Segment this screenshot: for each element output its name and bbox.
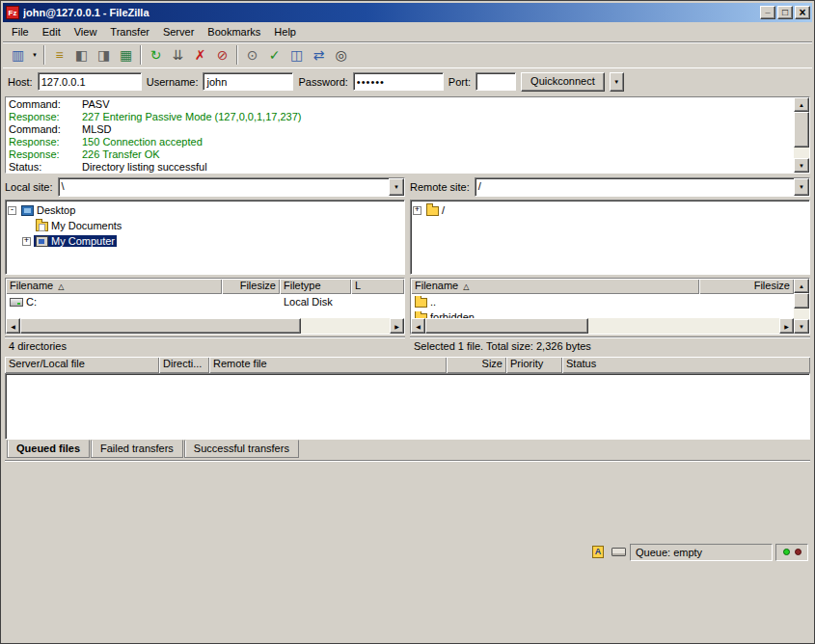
collapse-icon[interactable] bbox=[8, 206, 16, 215]
username-label: Username: bbox=[147, 76, 199, 88]
scroll-up-icon[interactable] bbox=[794, 97, 809, 112]
chevron-down-icon[interactable] bbox=[389, 178, 404, 196]
tree-item-my-computer[interactable]: My Computer bbox=[8, 233, 402, 249]
column-header-remote-file[interactable]: Remote file bbox=[209, 357, 447, 373]
scrollbar-track[interactable] bbox=[20, 318, 390, 334]
remote-site-combo[interactable]: / bbox=[475, 177, 810, 197]
remote-tree-toggle-icon[interactable]: ◨ bbox=[93, 44, 115, 66]
menu-item-bookmarks[interactable]: Bookmarks bbox=[201, 23, 267, 40]
local-hscrollbar[interactable] bbox=[6, 318, 404, 334]
site-manager-icon[interactable]: ▥ bbox=[7, 44, 29, 66]
file-row-c[interactable]: C:Local Disk bbox=[6, 294, 404, 309]
titlebar[interactable]: john@127.0.0.1 - FileZilla bbox=[3, 3, 812, 22]
scroll-right-icon[interactable] bbox=[390, 318, 404, 334]
remote-vscrollbar[interactable] bbox=[794, 279, 809, 334]
scrollbar-track[interactable] bbox=[794, 112, 809, 158]
filter-icon[interactable]: ✓ bbox=[263, 44, 285, 66]
tree-item-my-documents[interactable]: My Documents bbox=[8, 218, 402, 233]
quickconnect-dropdown-icon[interactable] bbox=[610, 72, 624, 92]
menu-item-file[interactable]: File bbox=[5, 23, 36, 40]
local-tree-toggle-icon[interactable]: ◧ bbox=[70, 44, 93, 66]
synchronized-browsing-icon[interactable]: ⇄ bbox=[308, 44, 330, 66]
scrollbar-track[interactable] bbox=[425, 318, 779, 334]
column-header-size[interactable]: Size bbox=[447, 357, 506, 373]
file-row-[interactable]: .. bbox=[411, 294, 794, 309]
site-manager-dropdown-icon[interactable] bbox=[29, 44, 41, 66]
tab-successful-transfers[interactable]: Successful transfers bbox=[184, 440, 299, 458]
transfer-type-icon[interactable] bbox=[589, 545, 607, 559]
disconnect-icon[interactable]: ⊘ bbox=[211, 44, 233, 66]
log-scrollbar[interactable] bbox=[794, 97, 809, 173]
receive-led-icon bbox=[783, 549, 790, 555]
column-header-priority[interactable]: Priority bbox=[506, 357, 562, 373]
process-queue-icon[interactable]: ⇊ bbox=[167, 44, 189, 66]
column-header-filename[interactable]: Filename bbox=[6, 279, 222, 294]
scroll-down-icon[interactable] bbox=[794, 158, 809, 173]
scrollbar-thumb[interactable] bbox=[794, 293, 809, 309]
close-button[interactable] bbox=[795, 6, 810, 19]
queue-status-text: Queue: empty bbox=[630, 544, 773, 561]
column-header-filesize[interactable]: Filesize bbox=[699, 279, 794, 294]
scrollbar-thumb[interactable] bbox=[425, 318, 588, 334]
remote-status-text: Selected 1 file. Total size: 2,326 bytes bbox=[410, 336, 810, 355]
local-file-list: FilenameFilesizeFiletypeL C:Local Disk bbox=[5, 278, 405, 335]
cancel-icon[interactable]: ✗ bbox=[189, 44, 211, 66]
log-line: Command:MLSD bbox=[9, 123, 791, 136]
tab-queued-files[interactable]: Queued files bbox=[7, 440, 90, 458]
local-site-combo[interactable]: \ bbox=[58, 177, 405, 197]
find-files-icon[interactable]: ◎ bbox=[330, 44, 352, 66]
menu-item-help[interactable]: Help bbox=[267, 23, 303, 40]
refresh-icon[interactable]: ↻ bbox=[145, 44, 167, 66]
scroll-left-icon[interactable] bbox=[6, 318, 20, 334]
column-header-filetype[interactable]: Filetype bbox=[280, 279, 351, 294]
column-header-filename[interactable]: Filename bbox=[411, 279, 699, 294]
local-status-text: 4 directories bbox=[5, 336, 405, 355]
message-log: Command:PASVResponse:227 Entering Passiv… bbox=[6, 97, 794, 173]
remote-hscrollbar[interactable] bbox=[411, 318, 794, 334]
column-header-l[interactable]: L bbox=[351, 279, 404, 294]
scroll-down-icon[interactable] bbox=[794, 319, 809, 334]
column-header-filesize[interactable]: Filesize bbox=[222, 279, 280, 294]
expand-icon[interactable] bbox=[413, 206, 421, 215]
toolbar-separator bbox=[43, 45, 45, 65]
username-input[interactable] bbox=[203, 72, 293, 91]
queue-tabs: Queued filesFailed transfersSuccessful t… bbox=[5, 440, 810, 458]
maximize-button[interactable] bbox=[777, 6, 793, 19]
scroll-up-icon[interactable] bbox=[794, 279, 809, 293]
folder-icon bbox=[426, 206, 439, 216]
expand-icon[interactable] bbox=[22, 237, 31, 246]
file-row-forbidden[interactable]: forbidden bbox=[411, 309, 794, 318]
toolbar: ▥≡◧◨▦↻⇊✗⊘⊙✓◫⇄◎ bbox=[3, 42, 812, 67]
queue-toggle-icon[interactable]: ▦ bbox=[115, 44, 137, 66]
scrollbar-track[interactable] bbox=[794, 293, 809, 319]
local-site-row: Local site: \ bbox=[5, 176, 405, 198]
password-input[interactable] bbox=[353, 72, 444, 91]
port-input[interactable] bbox=[475, 72, 516, 91]
tab-failed-transfers[interactable]: Failed transfers bbox=[91, 440, 183, 458]
minimize-button[interactable] bbox=[760, 6, 775, 19]
quickconnect-button[interactable]: Quickconnect bbox=[521, 72, 605, 92]
menu-item-view[interactable]: View bbox=[68, 23, 104, 40]
scroll-left-icon[interactable] bbox=[411, 318, 425, 334]
message-log-panel: Command:PASVResponse:227 Entering Passiv… bbox=[5, 96, 810, 174]
directory-comparison-icon[interactable]: ◫ bbox=[285, 44, 308, 66]
scroll-right-icon[interactable] bbox=[779, 318, 794, 334]
menu-item-transfer[interactable]: Transfer bbox=[103, 23, 156, 40]
menu-item-server[interactable]: Server bbox=[156, 23, 201, 40]
tree-item-desktop[interactable]: Desktop bbox=[8, 202, 402, 218]
quickconnect-bar: Host: Username: Password: Port: Quickcon… bbox=[3, 67, 812, 94]
remote-list-header: FilenameFilesize bbox=[411, 279, 794, 294]
message-log-toggle-icon[interactable]: ≡ bbox=[48, 44, 70, 66]
column-header-server-local-file[interactable]: Server/Local file bbox=[5, 357, 159, 373]
host-input[interactable] bbox=[38, 72, 142, 91]
column-header-status[interactable]: Status bbox=[562, 357, 810, 373]
remote-site-label: Remote site: bbox=[410, 181, 470, 193]
tree-item-root[interactable]: / bbox=[413, 202, 807, 218]
chevron-down-icon[interactable] bbox=[794, 178, 809, 196]
scrollbar-thumb[interactable] bbox=[794, 112, 809, 148]
menu-item-edit[interactable]: Edit bbox=[36, 23, 68, 40]
column-header-directi[interactable]: Directi... bbox=[159, 357, 209, 373]
keyboard-icon[interactable] bbox=[610, 545, 627, 559]
reconnect-icon[interactable]: ⊙ bbox=[241, 44, 263, 66]
scrollbar-thumb[interactable] bbox=[20, 318, 301, 334]
